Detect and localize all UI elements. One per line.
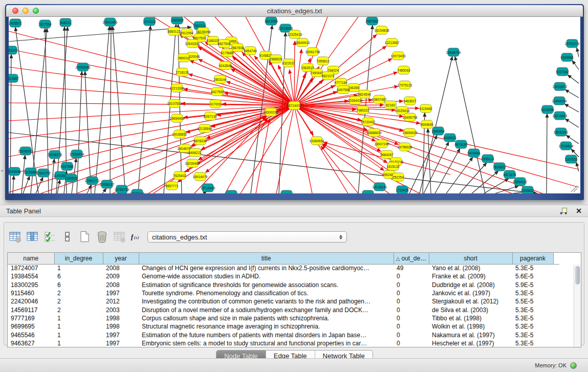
table-cell[interactable]: Estimation of the future numbers of pati… <box>139 331 394 339</box>
table-cell[interactable]: Genome-wide association studies in ADHD. <box>139 272 394 280</box>
graph-edge[interactable] <box>9 85 294 105</box>
table-cell[interactable]: Dudbridge et al. (2008) <box>429 281 512 289</box>
graph-edge[interactable] <box>484 179 509 193</box>
graph-node[interactable]: 1167533 <box>565 155 578 163</box>
column-header-year[interactable]: year <box>103 253 139 264</box>
graph-node[interactable]: 2803144 <box>213 75 227 83</box>
window-titlebar[interactable]: citations_edges.txt <box>6 5 583 17</box>
graph-node[interactable]: 989016 <box>178 54 189 62</box>
graph-node[interactable]: 19654963 <box>170 114 185 122</box>
graph-edge[interactable] <box>455 56 485 193</box>
graph-node[interactable]: 2718126 <box>176 68 189 76</box>
table-cell[interactable]: 0 <box>394 331 429 339</box>
table-cell[interactable]: 6 <box>54 272 103 280</box>
graph-node[interactable]: 8215958 <box>541 105 554 114</box>
new-column-icon[interactable] <box>78 230 92 244</box>
table-cell[interactable]: 0 <box>394 339 429 347</box>
row-height-icon[interactable] <box>60 230 74 244</box>
graph-node[interactable]: 9245652 <box>521 186 534 193</box>
table-row[interactable]: 946554611997Estimation of the future num… <box>8 331 559 339</box>
graph-node[interactable]: 20691406 <box>103 18 118 26</box>
table-cell[interactable]: Investigating the contribution of common… <box>139 297 394 305</box>
table-cell[interactable]: 0 <box>394 314 429 322</box>
table-cell[interactable]: 1 <box>54 314 103 322</box>
table-cell[interactable]: 0 <box>394 281 429 289</box>
table-source-dropdown[interactable]: citations_edges.txt <box>147 231 347 243</box>
graph-edge[interactable] <box>568 75 579 83</box>
graph-node[interactable]: 2087682 <box>365 17 379 25</box>
table-cell[interactable]: 19384554 <box>8 272 54 280</box>
graph-edge[interactable] <box>276 105 294 193</box>
graph-node[interactable]: 16210643 <box>553 112 568 120</box>
graph-node[interactable]: 15692391 <box>554 128 569 136</box>
table-row[interactable]: 1872400712008Changes of HCN gene express… <box>8 264 559 272</box>
graph-node[interactable]: 62160 <box>385 101 396 109</box>
graph-edge[interactable] <box>95 26 110 193</box>
table-cell[interactable]: 9115460 <box>8 289 54 297</box>
graph-node[interactable]: 12213967 <box>385 38 400 47</box>
table-options-icon[interactable] <box>8 230 22 244</box>
graph-edge[interactable] <box>565 119 579 127</box>
graph-node[interactable]: 9115460 <box>420 104 432 113</box>
table-cell[interactable]: de Silva et al. (2003) <box>429 305 512 314</box>
table-cell[interactable]: 1 <box>54 264 103 272</box>
canvas-resize-grip[interactable] <box>571 186 577 192</box>
graph-edge[interactable] <box>110 26 111 193</box>
graph-node[interactable]: 25206951 <box>18 147 33 155</box>
graph-node[interactable]: 1258834 <box>361 190 375 193</box>
table-cell[interactable]: 0 <box>394 289 429 297</box>
graph-node[interactable]: 16495758 <box>403 113 418 121</box>
graph-edge[interactable] <box>188 74 294 105</box>
graph-node[interactable]: 19384554 <box>310 137 324 145</box>
network-canvas[interactable]: 2405571181755494821120691406107011210653… <box>9 17 580 193</box>
table-cell[interactable]: 5.3E-5 <box>512 314 553 322</box>
graph-node[interactable]: 9621072 <box>321 72 335 80</box>
graph-edge[interactable] <box>495 186 519 193</box>
graph-node[interactable]: 6497568 <box>337 85 350 94</box>
table-cell[interactable]: 5.3E-5 <box>512 322 553 331</box>
table-cell[interactable]: Jankovic et al. (1997) <box>429 289 512 297</box>
table-cell[interactable]: Nakamura et al. (1997) <box>429 331 512 339</box>
graph-node[interactable]: 12923446 <box>130 189 145 193</box>
graph-node[interactable]: 8498222 <box>188 148 202 157</box>
table-cell[interactable]: 5.6E-5 <box>512 272 553 280</box>
function-builder-icon[interactable]: f(x) <box>130 230 144 244</box>
graph-node[interactable]: 16961758 <box>306 48 320 56</box>
graph-edge[interactable] <box>9 105 294 174</box>
graph-node[interactable]: 1640954 <box>431 127 445 135</box>
graph-node[interactable]: 18300295 <box>264 108 278 116</box>
graph-node[interactable]: 1817554 <box>38 20 52 28</box>
graph-node[interactable]: 9463627 <box>403 97 417 105</box>
graph-node[interactable]: 962145 <box>226 190 237 193</box>
graph-edge[interactable] <box>565 90 579 98</box>
graph-node[interactable]: 9197588 <box>60 162 74 170</box>
table-cell[interactable]: 18300295 <box>8 281 54 289</box>
table-cell[interactable]: 5.3E-5 <box>512 289 553 297</box>
graph-node[interactable]: 10807487 <box>372 95 387 103</box>
column-header-pagerank[interactable]: pagerank <box>512 253 553 264</box>
graph-edge[interactable] <box>547 114 547 193</box>
table-cell[interactable]: 2 <box>54 297 103 305</box>
graph-node[interactable]: 10543392 <box>185 39 200 48</box>
table-cell[interactable]: 18724007 <box>8 264 54 272</box>
graph-edge[interactable] <box>9 31 294 105</box>
table-cell[interactable]: 1997 <box>103 339 139 347</box>
table-cell[interactable]: 1997 <box>103 289 139 297</box>
table-cell[interactable]: Structural magnetic resonance image aver… <box>139 322 394 331</box>
table-cell[interactable]: 5.3E-5 <box>512 331 553 339</box>
graph-node[interactable]: 12444154 <box>552 97 567 105</box>
graph-node[interactable]: 20364436 <box>348 96 363 104</box>
table-cell[interactable]: 1 <box>54 331 103 339</box>
column-header-in_degree[interactable]: in_degree <box>54 253 103 264</box>
table-cell[interactable]: 9463627 <box>8 339 54 347</box>
graph-node[interactable]: 7625402 <box>173 171 186 180</box>
graph-edge[interactable] <box>57 180 60 193</box>
graph-node[interactable]: 15720407 <box>361 118 376 126</box>
graph-node[interactable]: 18107554 <box>167 99 182 107</box>
table-cell[interactable]: Changes of HCN gene expression and I(f) … <box>139 264 394 272</box>
graph-edge[interactable] <box>564 104 579 112</box>
table-row[interactable]: 2242004622012Investigating the contribut… <box>8 297 559 305</box>
table-cell[interactable]: 5.9E-5 <box>512 281 553 289</box>
table-cell[interactable]: 5.5E-5 <box>512 297 553 305</box>
graph-node[interactable]: 8813054 <box>265 17 278 25</box>
